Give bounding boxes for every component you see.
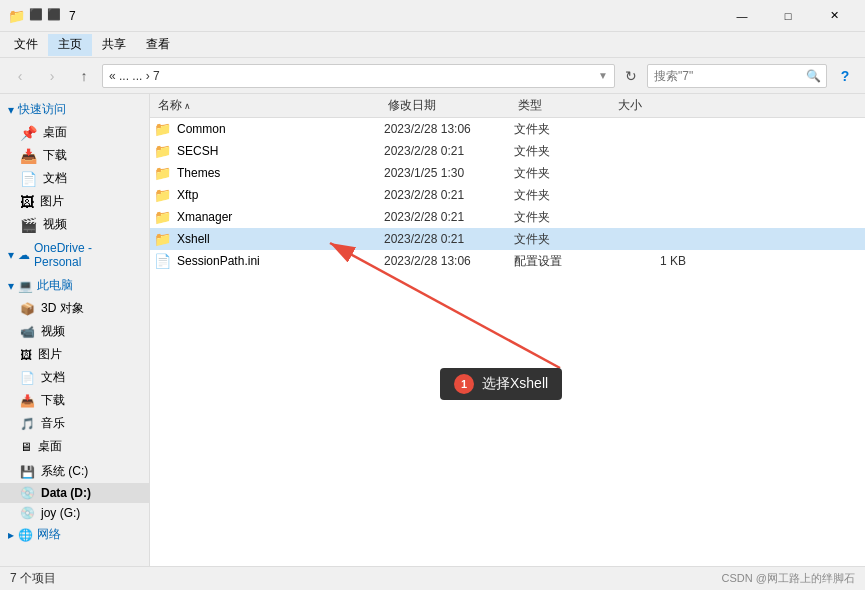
sidebar-item-desktop[interactable]: 📌 桌面 xyxy=(0,121,149,144)
file-name: Themes xyxy=(177,166,220,180)
menu-share[interactable]: 共享 xyxy=(92,34,136,56)
sidebar-item-documents[interactable]: 📄 文档 xyxy=(0,167,149,190)
sidebar-pictures-label: 图片 xyxy=(40,193,64,210)
quick-access-label: 快速访问 xyxy=(18,101,66,118)
drive-d-icon: 💿 xyxy=(20,486,35,500)
quick-access-expand-icon: ▾ xyxy=(8,103,14,117)
menu-bar: 文件 主页 共享 查看 xyxy=(0,32,865,58)
app-icon: 📁 xyxy=(8,8,25,24)
network-label: 网络 xyxy=(37,526,61,543)
column-headers: 名称 ∧ 修改日期 类型 大小 xyxy=(150,94,865,118)
folder-icon: 📁 xyxy=(154,231,171,247)
table-row[interactable]: 📄SessionPath.ini 2023/2/28 13:06 配置设置 1 … xyxy=(150,250,865,272)
close-button[interactable]: ✕ xyxy=(811,0,857,32)
file-name: SECSH xyxy=(177,144,218,158)
search-input[interactable] xyxy=(647,64,827,88)
file-type: 文件夹 xyxy=(514,209,614,226)
main-layout: ▾ 快速访问 📌 桌面 📥 下载 📄 文档 🖼 图片 🎬 视频 xyxy=(0,94,865,566)
sidebar-item-downloads[interactable]: 📥 下载 xyxy=(0,144,149,167)
file-date: 2023/2/28 13:06 xyxy=(384,254,514,268)
up-button[interactable]: ↑ xyxy=(70,62,98,90)
menu-view[interactable]: 查看 xyxy=(136,34,180,56)
file-type: 文件夹 xyxy=(514,121,614,138)
col-date-header[interactable]: 修改日期 xyxy=(384,97,514,114)
sidebar-item-dl[interactable]: 📥 下载 xyxy=(0,389,149,412)
sidebar: ▾ 快速访问 📌 桌面 📥 下载 📄 文档 🖼 图片 🎬 视频 xyxy=(0,94,150,566)
thispc-header[interactable]: ▾ 💻 此电脑 xyxy=(0,274,149,297)
quick-access-section: ▾ 快速访问 📌 桌面 📥 下载 📄 文档 🖼 图片 🎬 视频 xyxy=(0,98,149,236)
table-row[interactable]: 📁Common 2023/2/28 13:06 文件夹 xyxy=(150,118,865,140)
search-icon: 🔍 xyxy=(806,69,821,83)
table-row[interactable]: 📁Xmanager 2023/2/28 0:21 文件夹 xyxy=(150,206,865,228)
file-size: 1 KB xyxy=(614,254,694,268)
file-name-xshell: Xshell xyxy=(177,232,210,246)
col-date-label: 修改日期 xyxy=(388,97,436,114)
file-name: Common xyxy=(177,122,226,136)
sidebar-desktop-label: 桌面 xyxy=(43,124,67,141)
address-dropdown-icon[interactable]: ▼ xyxy=(598,70,608,81)
sidebar-documents-label: 文档 xyxy=(43,170,67,187)
drive-g-icon: 💿 xyxy=(20,506,35,520)
refresh-button[interactable]: ↻ xyxy=(619,64,643,88)
table-row[interactable]: 📁Xftp 2023/2/28 0:21 文件夹 xyxy=(150,184,865,206)
address-text: « ... ... › 7 xyxy=(109,69,598,83)
network-header[interactable]: ▸ 🌐 网络 xyxy=(0,523,149,546)
file-name: Xftp xyxy=(177,188,198,202)
col-size-label: 大小 xyxy=(618,97,642,114)
col-name-label: 名称 xyxy=(158,97,182,114)
onedrive-section: ▾ ☁ OneDrive - Personal xyxy=(0,238,149,272)
annotation-tooltip: 1 选择Xshell xyxy=(440,368,562,400)
table-row[interactable]: 📁SECSH 2023/2/28 0:21 文件夹 xyxy=(150,140,865,162)
onedrive-label: OneDrive - Personal xyxy=(34,241,141,269)
desktop-icon: 📌 xyxy=(20,125,37,141)
quick-access-icon1: ⬛ xyxy=(29,8,43,24)
doc-icon: 📄 xyxy=(20,371,35,385)
col-name-header[interactable]: 名称 ∧ xyxy=(154,97,384,114)
3d-icon: 📦 xyxy=(20,302,35,316)
sidebar-drive-g[interactable]: 💿 joy (G:) xyxy=(0,503,149,523)
table-row[interactable]: 📁Themes 2023/1/25 1:30 文件夹 xyxy=(150,162,865,184)
status-bar: 7 个项目 CSDN @网工路上的绊脚石 xyxy=(0,566,865,590)
col-size-header[interactable]: 大小 xyxy=(614,97,694,114)
file-date: 2023/2/28 0:21 xyxy=(384,144,514,158)
downloads-icon: 📥 xyxy=(20,148,37,164)
onedrive-header[interactable]: ▾ ☁ OneDrive - Personal xyxy=(0,238,149,272)
sidebar-item-music[interactable]: 🎵 音乐 xyxy=(0,412,149,435)
address-bar[interactable]: « ... ... › 7 ▼ xyxy=(102,64,615,88)
sidebar-downloads-label: 下载 xyxy=(43,147,67,164)
file-type: 文件夹 xyxy=(514,231,614,248)
minimize-button[interactable]: — xyxy=(719,0,765,32)
menu-file[interactable]: 文件 xyxy=(4,34,48,56)
onedrive-expand-icon: ▾ xyxy=(8,248,14,262)
network-expand-icon: ▸ xyxy=(8,528,14,542)
network-section: ▸ 🌐 网络 xyxy=(0,523,149,546)
thispc-expand-icon: ▾ xyxy=(8,279,14,293)
pic-icon: 🖼 xyxy=(20,348,32,362)
sidebar-item-videos[interactable]: 🎬 视频 xyxy=(0,213,149,236)
col-type-header[interactable]: 类型 xyxy=(514,97,614,114)
sidebar-item-doc[interactable]: 📄 文档 xyxy=(0,366,149,389)
file-date: 2023/2/28 0:21 xyxy=(384,210,514,224)
thispc-label: 此电脑 xyxy=(37,277,73,294)
table-row-xshell[interactable]: 📁Xshell 2023/2/28 0:21 文件夹 xyxy=(150,228,865,250)
maximize-button[interactable]: □ xyxy=(765,0,811,32)
sidebar-drive-c[interactable]: 💾 系统 (C:) xyxy=(0,460,149,483)
sidebar-item-pic[interactable]: 🖼 图片 xyxy=(0,343,149,366)
help-button[interactable]: ? xyxy=(831,62,859,90)
sidebar-item-pictures[interactable]: 🖼 图片 xyxy=(0,190,149,213)
file-type: 文件夹 xyxy=(514,187,614,204)
back-button[interactable]: ‹ xyxy=(6,62,34,90)
window-title: 7 xyxy=(69,9,719,23)
quick-access-header[interactable]: ▾ 快速访问 xyxy=(0,98,149,121)
file-type: 配置设置 xyxy=(514,253,614,270)
sidebar-item-video[interactable]: 📹 视频 xyxy=(0,320,149,343)
folder-icon: 📁 xyxy=(154,121,171,137)
sidebar-item-3d[interactable]: 📦 3D 对象 xyxy=(0,297,149,320)
forward-button[interactable]: › xyxy=(38,62,66,90)
menu-home[interactable]: 主页 xyxy=(48,34,92,56)
sidebar-item-desktop2[interactable]: 🖥 桌面 xyxy=(0,435,149,458)
sidebar-drive-d[interactable]: 💿 Data (D:) xyxy=(0,483,149,503)
annotation-text: 选择Xshell xyxy=(482,375,548,393)
thispc-icon: 💻 xyxy=(18,279,33,293)
file-date: 2023/2/28 0:21 xyxy=(384,188,514,202)
